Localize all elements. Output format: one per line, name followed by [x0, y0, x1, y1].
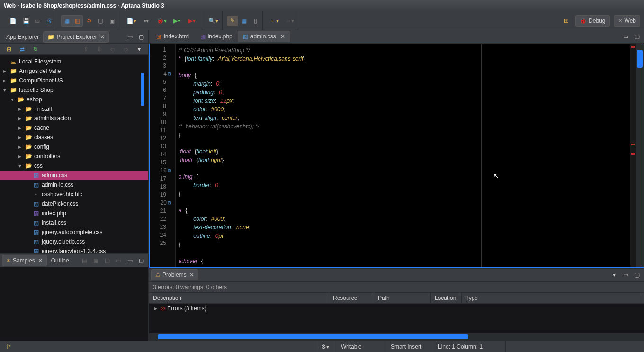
preview-button[interactable]: ▣: [107, 16, 117, 26]
tree-item[interactable]: 🖴Local Filesystem: [0, 57, 148, 66]
window-button[interactable]: ▢: [95, 16, 106, 26]
tree-item[interactable]: ▧jquery.autocomplete.css: [0, 227, 148, 237]
nav-fwd-button[interactable]: ⇨: [121, 44, 131, 54]
tree-item[interactable]: ▧jquery.fancybox-1.3.4.css: [0, 246, 148, 253]
minimize-panel-button[interactable]: ▭: [125, 32, 135, 42]
tree-item[interactable]: ▧index.php: [0, 208, 148, 218]
tree-item[interactable]: ▧admin.css: [0, 171, 148, 180]
tree-item[interactable]: ▸📁CompuPlanet US: [0, 76, 148, 85]
nav-down-button[interactable]: ⇩: [94, 44, 105, 54]
error-marker[interactable]: [631, 153, 635, 155]
tree-item[interactable]: ▸📂classes: [0, 133, 148, 142]
close-icon[interactable]: ✕: [100, 34, 105, 40]
save-all-button[interactable]: 🗂: [32, 16, 43, 26]
problems-error-group[interactable]: ▸ ⊗ Errors (3 items): [149, 304, 644, 313]
tree-item[interactable]: ▧install.css: [0, 218, 148, 227]
samples-tab[interactable]: ✶ Samples ✕: [2, 255, 47, 266]
tree-item[interactable]: ▧jquery.cluetip.css: [0, 237, 148, 246]
debug-dropdown[interactable]: 🐞▾: [154, 16, 169, 26]
expand-icon[interactable]: ▸: [17, 106, 23, 112]
settings-gear-button[interactable]: ⚙: [84, 16, 94, 26]
tree-item[interactable]: ▫csshover.htc.htc: [0, 190, 148, 199]
back-button[interactable]: ←▾: [268, 16, 282, 26]
close-icon[interactable]: ✕: [280, 33, 285, 40]
minimize-problems-button[interactable]: ▭: [620, 270, 631, 280]
editor-tab[interactable]: ▧index.php: [195, 31, 238, 42]
col-path[interactable]: Path: [374, 293, 431, 303]
code-editor[interactable]: 1234⊟5678910111213141516⊟17181920⊟212223…: [149, 44, 644, 268]
expand-icon[interactable]: ▾: [2, 87, 8, 93]
tree-item[interactable]: ▸📂controllers: [0, 152, 148, 161]
status-indicator-button[interactable]: i⁺: [4, 342, 14, 352]
close-icon[interactable]: ✕: [189, 271, 194, 278]
expand-icon[interactable]: ▸: [17, 125, 23, 131]
editor-tab[interactable]: ▧admin.css✕: [238, 31, 290, 42]
refresh-button[interactable]: ↻: [30, 44, 41, 54]
expand-icon[interactable]: ▸: [2, 77, 8, 84]
toggle-view-1-button[interactable]: ▦: [62, 16, 72, 26]
expand-icon[interactable]: ▸: [17, 115, 23, 122]
highlight-button[interactable]: ✎: [227, 16, 238, 26]
web-perspective-button[interactable]: ✕ Web: [614, 15, 640, 27]
tree-item[interactable]: ▧admin-ie.css: [0, 180, 148, 190]
col-description[interactable]: Description: [149, 293, 329, 303]
search-dropdown[interactable]: 🔍▾: [206, 16, 220, 26]
expand-icon[interactable]: ▸: [2, 68, 8, 74]
maximize-panel-button[interactable]: ▢: [136, 32, 146, 42]
editor-scrollbar[interactable]: [636, 44, 644, 267]
expand-icon[interactable]: ▸: [153, 305, 159, 312]
samples-btn-3[interactable]: ◫: [102, 255, 112, 266]
expand-icon[interactable]: ▾: [9, 96, 15, 103]
terminal-dropdown[interactable]: ▪▾: [139, 16, 153, 26]
tree-item[interactable]: ▸📂_install: [0, 104, 148, 114]
link-editor-button[interactable]: ⇄: [17, 44, 27, 54]
col-type[interactable]: Type: [462, 293, 644, 303]
status-gear-button[interactable]: ⚙▾: [315, 341, 335, 352]
grid-button[interactable]: ▦: [239, 16, 249, 26]
view-menu-button[interactable]: ▾: [134, 44, 144, 54]
project-explorer-tab[interactable]: 📁 Project Explorer ✕: [43, 31, 108, 43]
samples-btn-2[interactable]: ▦: [90, 255, 101, 266]
col-location[interactable]: Location: [431, 293, 462, 303]
tree-item[interactable]: ▸📂cache: [0, 123, 148, 133]
scrollbar-thumb[interactable]: [158, 334, 468, 339]
save-button[interactable]: 💾: [21, 16, 31, 26]
error-marker[interactable]: [631, 144, 635, 145]
outline-tab[interactable]: Outline: [47, 255, 73, 266]
minimize-editor-button[interactable]: ▭: [620, 31, 631, 42]
maximize-samples-button[interactable]: ▢: [136, 255, 146, 266]
problems-scrollbar[interactable]: [149, 333, 644, 341]
maximize-problems-button[interactable]: ▢: [632, 270, 642, 280]
problems-menu-button[interactable]: ▾: [609, 270, 619, 280]
open-perspective-button[interactable]: ⊞: [561, 16, 572, 26]
error-marker[interactable]: [631, 46, 635, 48]
minimize-samples-button[interactable]: ▭: [125, 255, 135, 266]
expand-icon[interactable]: ▸: [17, 144, 23, 150]
nav-back-button[interactable]: ⇦: [107, 44, 118, 54]
overview-ruler[interactable]: [630, 44, 636, 267]
column-button[interactable]: ▯: [250, 16, 260, 26]
tree-item[interactable]: ▸📂config: [0, 142, 148, 152]
expand-icon[interactable]: ▸: [17, 134, 23, 141]
external-dropdown[interactable]: ▶▾: [185, 16, 199, 26]
close-icon[interactable]: ✕: [38, 257, 43, 264]
tree-item[interactable]: ▾📂eshop: [0, 95, 148, 104]
new-file-dropdown[interactable]: 📄▾: [124, 16, 138, 26]
tree-item[interactable]: ▧datePicker.css: [0, 199, 148, 208]
samples-btn-1[interactable]: ▤: [79, 255, 89, 266]
nav-up-button[interactable]: ⇧: [81, 44, 91, 54]
print-button[interactable]: 🖨: [44, 16, 54, 26]
tree-item[interactable]: ▾📂css: [0, 161, 148, 171]
col-resource[interactable]: Resource: [329, 293, 374, 303]
new-button[interactable]: 📄: [6, 16, 20, 26]
problems-tab[interactable]: ⚠ Problems ✕: [151, 269, 198, 280]
debug-perspective-button[interactable]: 🐞 Debug: [575, 15, 609, 27]
editor-tab[interactable]: ▧index.html: [151, 31, 195, 42]
samples-btn-4[interactable]: ▭: [113, 255, 124, 266]
scrollbar-thumb[interactable]: [637, 50, 643, 68]
forward-button[interactable]: →▾: [283, 16, 297, 26]
tree-item[interactable]: ▸📁Amigos del Valle: [0, 66, 148, 76]
run-dropdown[interactable]: ▶▾: [170, 16, 184, 26]
app-explorer-tab[interactable]: App Explorer: [2, 31, 43, 43]
tree-scrollbar-thumb[interactable]: [141, 73, 144, 106]
